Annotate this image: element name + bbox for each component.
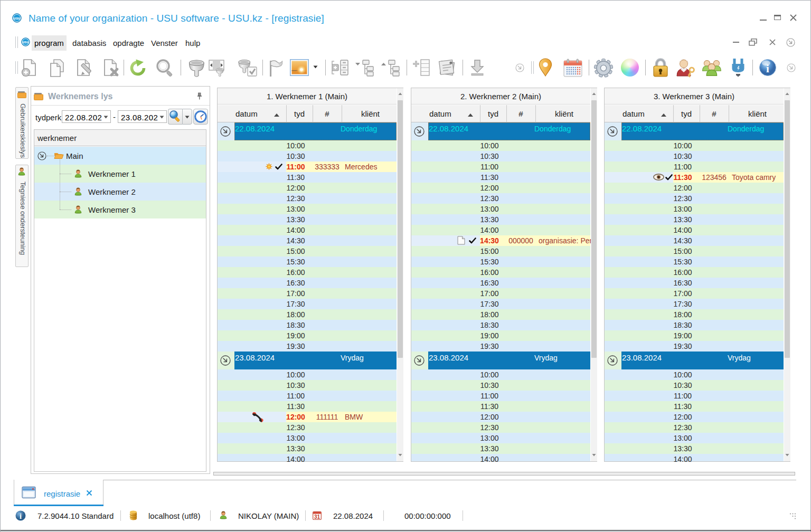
svg-text:i: i	[766, 62, 769, 75]
svg-text:i: i	[20, 512, 22, 520]
svg-text:31: 31	[314, 514, 320, 520]
svg-text:usu: usu	[13, 16, 21, 21]
svg-text:usu: usu	[22, 40, 29, 44]
